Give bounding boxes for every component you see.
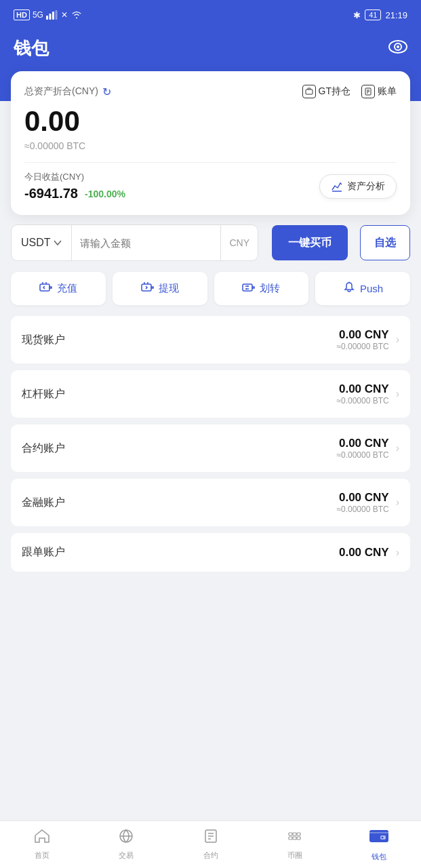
svg-rect-25 — [297, 833, 300, 835]
trade-icon — [118, 829, 134, 848]
copytrade-account-name: 跟单账户 — [22, 545, 65, 559]
buy-section: USDT CNY — [11, 224, 258, 261]
contract-chevron-icon: › — [396, 442, 399, 454]
earnings-value: -6941.78 -100.00% — [24, 186, 125, 201]
eye-icon[interactable] — [388, 40, 407, 58]
bluetooth-icon: ✱ — [353, 10, 361, 20]
time-display: 21:19 — [385, 10, 407, 20]
bill-link[interactable]: 账单 — [361, 85, 397, 98]
market-icon — [287, 829, 303, 848]
nav-item-home[interactable]: 首页 — [0, 821, 84, 868]
gt-icon — [302, 85, 316, 98]
cross-signal-icon: ✕ — [61, 10, 68, 20]
finance-account-values: 0.00 CNY ≈0.00000 BTC — [336, 491, 388, 514]
finance-chevron-icon: › — [396, 496, 399, 509]
spot-account-name: 现货账户 — [22, 333, 65, 347]
copytrade-account-right: 0.00 CNY › — [339, 546, 399, 559]
svg-rect-27 — [293, 837, 296, 840]
contract-account-item[interactable]: 合约账户 0.00 CNY ≈0.00000 BTC › — [11, 425, 410, 472]
svg-rect-29 — [369, 830, 388, 842]
account-list: 现货账户 0.00 CNY ≈0.00000 BTC › 杠杆账户 0.00 C… — [0, 316, 421, 572]
asset-card-top: 总资产折合(CNY) ↻ GT持仓 — [24, 85, 397, 98]
push-label: Push — [360, 283, 383, 294]
status-left-icons: HD 5G ✕ — [14, 9, 83, 20]
leverage-account-cny: 0.00 CNY — [336, 382, 388, 396]
copytrade-account-item[interactable]: 跟单账户 0.00 CNY › — [11, 533, 410, 572]
custom-select-button[interactable]: 自选 — [360, 225, 410, 260]
contract-account-right: 0.00 CNY ≈0.00000 BTC › — [336, 437, 399, 460]
recharge-label: 充值 — [57, 282, 77, 295]
hd-icon: HD — [14, 9, 30, 20]
analysis-button[interactable]: 资产分析 — [319, 174, 397, 199]
chevron-down-icon — [54, 240, 62, 245]
signal-icon — [46, 10, 58, 20]
chart-icon — [331, 180, 343, 193]
withdraw-icon — [141, 281, 155, 296]
nav-item-market[interactable]: 币圈 — [253, 821, 337, 868]
earnings-left: 今日收益(CNY) -6941.78 -100.00% — [24, 171, 125, 201]
home-icon — [34, 829, 50, 848]
wifi-icon — [71, 10, 83, 20]
contract-account-btc: ≈0.00000 BTC — [336, 450, 388, 460]
buy-input-wrap — [72, 237, 221, 249]
nav-label-wallet: 钱包 — [372, 852, 386, 862]
svg-rect-24 — [293, 833, 296, 835]
buy-currency-selector[interactable]: USDT — [12, 225, 72, 260]
withdraw-label: 提现 — [159, 282, 179, 295]
svg-rect-26 — [289, 837, 292, 840]
status-right-icons: ✱ 41 21:19 — [353, 9, 407, 20]
bottom-nav: 首页 交易 合约 — [0, 821, 421, 868]
transfer-label: 划转 — [260, 282, 280, 295]
svg-point-32 — [381, 837, 383, 839]
buy-amount-input[interactable] — [80, 237, 213, 249]
contract-account-values: 0.00 CNY ≈0.00000 BTC — [336, 437, 388, 460]
spot-account-cny: 0.00 CNY — [336, 328, 388, 342]
nav-item-contract[interactable]: 合约 — [168, 821, 252, 868]
battery-icon: 41 — [365, 9, 381, 20]
earnings-label: 今日收益(CNY) — [24, 171, 125, 183]
wallet-nav-icon — [368, 827, 390, 849]
spot-chevron-icon: › — [396, 334, 399, 346]
contract-icon — [203, 829, 219, 848]
transfer-icon — [242, 281, 256, 296]
transfer-button[interactable]: 划转 — [214, 272, 309, 305]
finance-account-cny: 0.00 CNY — [336, 491, 388, 505]
svg-point-6 — [397, 45, 399, 48]
spot-account-btc: ≈0.00000 BTC — [336, 342, 388, 351]
nav-label-contract: 合约 — [203, 850, 218, 861]
asset-btc: ≈0.00000 BTC — [24, 140, 397, 151]
spot-account-right: 0.00 CNY ≈0.00000 BTC › — [336, 328, 399, 351]
nav-label-trade: 交易 — [119, 850, 134, 861]
gt-holding-link[interactable]: GT持仓 — [302, 85, 350, 98]
svg-rect-3 — [55, 10, 57, 20]
bill-icon — [361, 85, 375, 98]
recharge-icon — [39, 281, 53, 296]
finance-account-right: 0.00 CNY ≈0.00000 BTC › — [336, 491, 399, 514]
copytrade-account-values: 0.00 CNY — [339, 546, 389, 559]
nav-item-trade[interactable]: 交易 — [84, 821, 168, 868]
leverage-account-name: 杠杆账户 — [22, 387, 65, 401]
svg-rect-31 — [369, 832, 388, 833]
finance-account-btc: ≈0.00000 BTC — [336, 505, 388, 514]
spot-account-item[interactable]: 现货账户 0.00 CNY ≈0.00000 BTC › — [11, 316, 410, 363]
nav-label-home: 首页 — [35, 850, 49, 861]
push-button[interactable]: Push — [315, 272, 410, 305]
nav-item-wallet[interactable]: 钱包 — [337, 821, 421, 868]
leverage-account-item[interactable]: 杠杆账户 0.00 CNY ≈0.00000 BTC › — [11, 370, 410, 418]
recharge-button[interactable]: 充值 — [11, 272, 106, 305]
refresh-icon[interactable]: ↻ — [102, 85, 111, 98]
status-bar: HD 5G ✕ ✱ 41 21:19 — [0, 0, 421, 30]
earnings-percent: -100.00% — [85, 189, 125, 199]
svg-rect-23 — [289, 833, 292, 835]
divider — [24, 162, 397, 163]
withdraw-button[interactable]: 提现 — [113, 272, 207, 305]
asset-label: 总资产折合(CNY) ↻ — [24, 85, 111, 98]
finance-account-item[interactable]: 金融账户 0.00 CNY ≈0.00000 BTC › — [11, 479, 410, 526]
svg-rect-15 — [243, 284, 252, 291]
svg-rect-13 — [40, 284, 49, 291]
copytrade-account-cny: 0.00 CNY — [339, 546, 389, 559]
one-click-buy-button[interactable]: 一键买币 — [272, 225, 348, 260]
asset-card: 总资产折合(CNY) ↻ GT持仓 — [11, 71, 410, 215]
leverage-account-btc: ≈0.00000 BTC — [336, 396, 388, 406]
nav-label-market: 币圈 — [287, 850, 302, 861]
